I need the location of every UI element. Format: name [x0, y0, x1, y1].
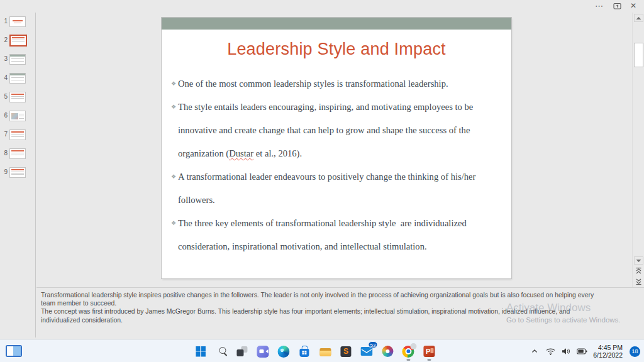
widgets-icon-left [7, 346, 13, 356]
slide-number: 2 [0, 35, 9, 45]
taskbar-search-button[interactable] [214, 342, 228, 361]
slide-thumbnail-image[interactable] [9, 148, 26, 159]
mail-icon [360, 347, 372, 356]
slide-thumbnail-image[interactable] [9, 111, 26, 121]
wifi-icon[interactable] [545, 344, 556, 359]
slide-canvas[interactable]: Leadership Style and Impact ❖One of the … [162, 18, 511, 278]
scroll-down-icon[interactable] [634, 256, 643, 265]
notes-line: team member to succeed. [41, 299, 638, 307]
notes-line: The concept was first introduced by Jame… [41, 307, 638, 315]
tray-chevron-up-icon[interactable] [529, 344, 540, 359]
thumbnail-preview [10, 130, 25, 140]
pinwheel-app-icon [382, 346, 393, 357]
notes-line: individualized consideration. [41, 316, 638, 324]
taskbar-app-icons: S53P [193, 340, 436, 362]
slide-thumbnail-8[interactable]: 8 [0, 148, 26, 159]
bullet-line: A transformational leader endeavours to … [178, 165, 501, 189]
slide-thumbnail-panel: 123456789 [0, 13, 36, 337]
bullet-line: innovative and create change that can he… [178, 119, 501, 142]
thumbnail-preview [11, 36, 26, 45]
slide-thumbnail-image[interactable] [9, 54, 26, 65]
previous-slide-icon[interactable] [634, 266, 643, 275]
thumbnail-preview [10, 149, 25, 158]
bullet-item: ❖The three key elements of transformatio… [172, 212, 501, 258]
notes-pane[interactable]: Transformational leadership style inspir… [41, 291, 638, 324]
taskbar-file-explorer-button[interactable] [318, 342, 332, 361]
slide-thumbnail-2[interactable]: 2 [0, 35, 27, 46]
taskbar-chat-button[interactable] [255, 342, 270, 361]
taskbar-powerpoint-button[interactable]: P [421, 342, 436, 361]
chrome-icon [402, 346, 414, 358]
battery-icon[interactable] [576, 344, 587, 359]
microsoft-store-icon [299, 349, 309, 357]
slide-thumbnail-7[interactable]: 7 [0, 129, 26, 140]
thumbnail-preview [10, 111, 25, 121]
taskbar-task-view-button[interactable] [235, 342, 249, 361]
system-tray: 4:45 PM 6/12/2022 18 [529, 340, 640, 362]
widgets-icon-right [13, 346, 21, 356]
bullet-line: The three key elements of transformation… [178, 212, 501, 235]
file-explorer-icon [319, 348, 331, 356]
next-slide-icon[interactable] [634, 278, 643, 286]
scrollbar-thumb[interactable] [634, 43, 643, 67]
popout-icon[interactable] [610, 0, 624, 11]
vertical-scrollbar[interactable] [632, 13, 644, 287]
start-icon [196, 346, 206, 356]
bullet-diamond-icon: ❖ [171, 212, 176, 235]
taskbar-mail-button[interactable]: 53 [359, 342, 374, 361]
slide-thumbnail-3[interactable]: 3 [0, 54, 26, 65]
taskbar-chrome-button[interactable] [401, 342, 415, 361]
thumbnail-preview [10, 168, 25, 177]
close-icon[interactable]: ✕ [626, 0, 640, 11]
taskbar-start-button[interactable] [193, 342, 208, 361]
taskbar-edge-button[interactable] [276, 342, 291, 361]
chrome-profile-bubble [410, 343, 416, 349]
slide-title[interactable]: Leadership Style and Impact [162, 40, 511, 59]
popout-box-icon [613, 2, 621, 9]
slide-number: 5 [0, 92, 9, 102]
slide-thumbnail-image[interactable] [9, 129, 26, 140]
tray-date: 6/12/2022 [593, 351, 623, 359]
bullet-line: The style entails leaders encouraging, i… [178, 96, 501, 119]
taskbar-clock[interactable]: 4:45 PM 6/12/2022 [593, 344, 623, 359]
slide-accent-bar [162, 18, 511, 30]
bullet-diamond-icon: ❖ [171, 96, 176, 119]
widgets-icon[interactable] [6, 345, 22, 357]
slide-thumbnail-image[interactable] [9, 35, 27, 47]
edge-browser-icon [277, 346, 289, 358]
bullet-line: followers. [178, 189, 501, 212]
slide-thumbnail-1[interactable]: 1 [0, 16, 26, 27]
speaker-icon[interactable] [560, 344, 572, 359]
taskbar-store-button[interactable] [297, 342, 311, 361]
taskbar-sublime-text-button[interactable]: S [338, 342, 353, 361]
slide-body-text[interactable]: ❖One of the most common leadership style… [172, 72, 501, 258]
slide-thumbnail-5[interactable]: 5 [0, 92, 26, 102]
slide-thumbnail-4[interactable]: 4 [0, 73, 26, 84]
scroll-up-icon[interactable] [634, 14, 643, 22]
notification-count-badge[interactable]: 18 [630, 346, 640, 357]
slide-thumbnail-6[interactable]: 6 [0, 111, 26, 121]
sublime-text-icon: S [340, 346, 351, 357]
running-app-indicator [427, 359, 431, 361]
windows-taskbar: S53P 4:45 PM [0, 339, 644, 362]
slide-thumbnail-9[interactable]: 9 [0, 167, 26, 178]
slide-number: 3 [0, 54, 9, 64]
taskbar-pinwheel-button[interactable] [380, 342, 394, 361]
notes-divider [36, 287, 644, 288]
slide-thumbnail-image[interactable] [9, 16, 26, 27]
search-icon [219, 347, 226, 354]
more-options-icon[interactable]: ⋯ [592, 0, 606, 11]
bullet-diamond-icon: ❖ [171, 72, 176, 96]
bullet-line: consideration, inspirational motivation,… [178, 235, 501, 258]
mail-unread-badge: 53 [369, 341, 378, 348]
slide-thumbnail-image[interactable] [9, 167, 26, 178]
bullet-item: ❖A transformational leader endeavours to… [172, 165, 501, 212]
window-titlebar: ⋯ ✕ [0, 0, 644, 13]
slide-number: 4 [0, 73, 9, 83]
tray-time: 4:45 PM [593, 344, 623, 351]
slide-thumbnail-image[interactable] [9, 92, 26, 102]
bullet-diamond-icon: ❖ [171, 165, 176, 189]
slide-number: 6 [0, 111, 9, 121]
slide-number: 1 [0, 16, 9, 26]
slide-thumbnail-image[interactable] [9, 73, 26, 84]
